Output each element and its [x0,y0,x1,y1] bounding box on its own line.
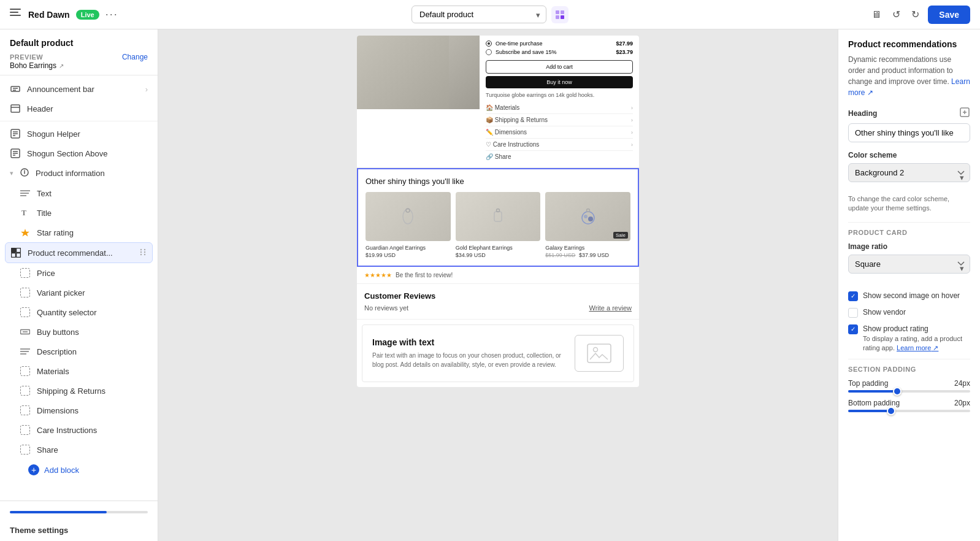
svg-rect-7 [11,105,20,112]
top-padding-section: Top padding 24px [848,379,970,393]
sidebar-item-star-rating[interactable]: Star rating [0,223,158,242]
sidebar-item-quantity-selector[interactable]: Quantity selector [0,302,158,322]
show-product-rating-checkbox[interactable] [848,324,858,334]
buy-now-button[interactable]: Buy it now [486,76,633,88]
sidebar-item-description[interactable]: Description [0,342,158,361]
rec-card-name-2: Gold Elephant Earrings [456,245,541,251]
topbar-right: 🖥 ↺ ↻ Save [655,6,970,24]
sidebar-item-price[interactable]: Price [0,263,158,283]
sidebar-item-variant-picker[interactable]: Variant picker [0,283,158,302]
bottom-padding-slider-thumb[interactable] [887,407,895,415]
show-second-image-label: Show second image on hover [863,291,960,301]
divider-2 [848,359,970,359]
description-icon [20,346,31,357]
preview-change-link[interactable]: Change [122,53,148,61]
accordion-care[interactable]: ♡ Care Instructions › [486,139,633,151]
img-placeholder-icon [575,335,624,372]
top-padding-value: 24px [954,379,970,388]
shogun-helper-icon [10,128,21,139]
sidebar-item-product-recommendations[interactable]: Product recommendat... [5,242,153,263]
sidebar-item-label: Dimensions [37,406,78,415]
sidebar-item-label: Shogun Helper [27,129,80,139]
accordion-shipping[interactable]: 📦 Shipping & Returns › [486,114,633,126]
option-label: Subscribe and save 15% [496,49,557,55]
grid-view-icon[interactable] [551,6,568,23]
sidebar-item-care-instructions[interactable]: Care Instructions [0,420,158,440]
product-image-side [449,36,480,109]
img-text-title: Image with text [372,337,567,347]
sidebar-item-header[interactable]: Header [0,99,158,118]
svg-point-30 [140,253,142,255]
save-button[interactable]: Save [928,6,970,24]
external-link-icon: ↗ [59,63,64,69]
quantity-selector-icon [20,307,31,318]
announcement-bar-icon [10,83,21,94]
purchase-option-1: One-time purchase $27.99 [486,40,633,47]
redo-icon[interactable]: ↻ [909,6,922,23]
theme-settings-link[interactable]: Theme settings [0,520,158,541]
topbar-center: Default product [332,6,648,23]
svg-point-27 [144,248,145,250]
show-second-image-checkbox[interactable] [848,291,858,301]
sale-badge: Sale [613,232,628,239]
accordion-chevron: › [631,117,633,123]
nav-divider [0,121,158,121]
sidebar-item-shogun-helper[interactable]: Shogun Helper [0,124,158,144]
add-block-button[interactable]: + Add block [0,459,158,480]
desktop-icon[interactable]: 🖥 [869,7,884,23]
sidebar-item-label: Star rating [37,228,74,237]
bottom-padding-slider-track [848,410,970,412]
star-rating-icon [20,227,31,238]
write-review-link[interactable]: Write a review [589,304,632,312]
sidebar-item-text[interactable]: Text [0,183,158,203]
sidebar-item-label: Care Instructions [37,426,97,435]
img-text-desc: Pair text with an image to focus on your… [372,351,567,369]
svg-point-46 [594,348,598,352]
menu-icon[interactable] [10,9,22,21]
dashed-box-icon [20,268,30,278]
sidebar-item-dimensions[interactable]: Dimensions [0,401,158,420]
top-padding-slider-thumb[interactable] [893,387,902,396]
bottom-padding-section: Bottom padding 20px [848,399,970,412]
rec-card-2: Gold Elephant Earrings $34.99 USD [456,192,541,258]
store-name: Red Dawn [28,10,70,20]
image-ratio-select[interactable]: Square [848,255,970,274]
rec-card-image-1 [366,192,451,241]
sidebar-item-title[interactable]: T Title [0,203,158,223]
sidebar-item-announcement-bar[interactable]: Announcement bar › [0,79,158,99]
svg-rect-24 [12,253,16,258]
layer-icon [959,107,970,120]
bottom-padding-value: 20px [954,399,970,407]
undo-icon[interactable]: ↺ [890,6,903,23]
accordion-materials[interactable]: 🏠 Materials › [486,102,633,114]
image-with-text-section: Image with text Pair text with an image … [362,324,634,382]
chevron-down-icon: ▾ [10,169,13,177]
top-padding-label: Top padding [848,379,888,388]
svg-rect-25 [17,253,21,258]
show-vendor-checkbox[interactable] [848,308,858,318]
rec-card-3: Sale Galaxy Earrings $51.99 USD $37.99 U… [545,192,630,258]
svg-rect-22 [12,248,16,253]
sidebar-item-label: Buy buttons [37,328,79,337]
sidebar-item-share[interactable]: Share [0,440,158,459]
sidebar-item-shipping-returns[interactable]: Shipping & Returns [0,381,158,401]
color-scheme-select[interactable]: Background 2 [848,163,970,182]
rating-learn-more-link[interactable]: Learn more ↗ [897,344,938,351]
drag-handle-icon[interactable] [139,248,147,258]
dashed-box-icon [20,288,30,297]
section-padding-title: SECTION PADDING [848,366,970,373]
accordion-dimensions[interactable]: ✏️ Dimensions › [486,126,633,139]
sidebar-item-product-information[interactable]: ▾ Product information [0,163,158,183]
more-button[interactable]: ··· [105,8,118,21]
product-dropdown[interactable]: Default product [412,6,546,23]
price-icon [20,267,31,278]
sidebar-item-materials[interactable]: Materials [0,361,158,381]
product-dropdown-wrapper: Default product [412,6,546,23]
sidebar-item-shogun-section-above[interactable]: Shogun Section Above [0,144,158,163]
sidebar-item-buy-buttons[interactable]: Buy buttons [0,322,158,342]
heading-input[interactable] [848,123,970,142]
add-to-cart-button[interactable]: Add to cart [486,60,633,74]
svg-rect-0 [556,10,559,14]
right-panel: Product recommendations Dynamic recommen… [838,29,980,541]
rec-card-name-1: Guardian Angel Earrings [366,245,451,251]
